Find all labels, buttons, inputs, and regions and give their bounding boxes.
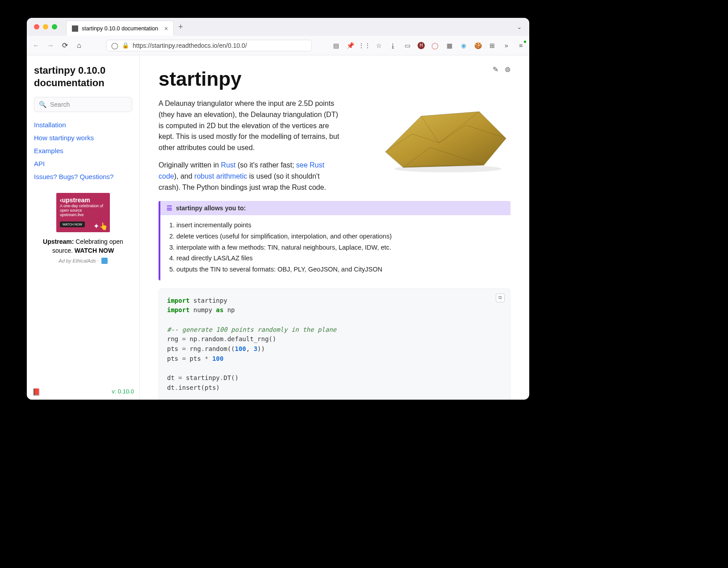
browser-window: startinpy 0.10.0 documentation × + ⌄ ← →…	[27, 18, 529, 400]
ad-caption-bold2: WATCH NOW	[75, 247, 114, 254]
link-rust[interactable]: Rust	[221, 161, 236, 169]
nav-installation[interactable]: Installation	[34, 121, 132, 129]
tab-close-button[interactable]: ×	[164, 25, 168, 32]
tok: random	[201, 335, 224, 342]
nav-examples[interactable]: Examples	[34, 147, 132, 155]
ad-decor-icon: ✦👆	[93, 222, 108, 230]
ext-eye-icon[interactable]: ◉	[460, 42, 468, 50]
window-controls	[34, 24, 57, 29]
apps-icon[interactable]: ⋮⋮	[360, 42, 368, 50]
edit-page-icon[interactable]: ✎	[493, 65, 498, 74]
browser-tab[interactable]: startinpy 0.10.0 documentation ×	[66, 21, 174, 36]
ext-grid-icon[interactable]: ▦	[445, 42, 453, 50]
intro-paragraph-2: Originally written in Rust (so it's rath…	[159, 160, 337, 193]
tok: np	[223, 306, 234, 313]
ad-cta-button[interactable]: WATCH NOW	[60, 221, 85, 227]
tab-bar: startinpy 0.10.0 documentation × + ⌄	[27, 18, 529, 36]
tracking-shield-icon: ◯	[111, 42, 118, 49]
pin-icon[interactable]: 📌	[346, 42, 354, 50]
link-robust-arithmetic[interactable]: robust arithmetic	[194, 172, 247, 180]
tok	[209, 355, 212, 362]
tok: 100	[235, 345, 246, 352]
page-title: startinpy	[159, 68, 510, 90]
close-window-button[interactable]	[34, 24, 39, 29]
list-icon: ☰	[167, 205, 172, 212]
tok: =	[182, 345, 186, 352]
tok: dt	[167, 374, 178, 381]
admonition-title-text: startinpy allows you to:	[176, 205, 246, 212]
back-button[interactable]: ←	[31, 42, 41, 50]
tok: rng	[186, 345, 201, 352]
tok: import	[167, 306, 190, 313]
version-selector[interactable]: v: 0.10.0	[112, 388, 134, 396]
tok: import	[167, 297, 190, 304]
rtd-book-icon[interactable]: 📕	[32, 388, 41, 396]
tok: startinpy	[182, 374, 220, 381]
library-icon[interactable]: ▭	[403, 42, 411, 50]
forward-button[interactable]: →	[46, 42, 55, 50]
tok: *	[205, 355, 208, 362]
tok: pts	[186, 355, 205, 362]
home-button[interactable]: ⌂	[74, 42, 84, 50]
tok: 100	[212, 355, 223, 362]
search-placeholder: Search	[50, 101, 70, 108]
tok: insert(pts)	[178, 384, 220, 391]
tok: =	[178, 374, 182, 381]
reader-mode-icon[interactable]: ▤	[332, 42, 340, 50]
tabs-overflow-button[interactable]: ⌄	[517, 23, 525, 30]
ad-attribution[interactable]: Ad by EthicalAds ·	[59, 258, 107, 264]
intro2-pre: Originally written in	[159, 161, 221, 169]
extensions-icon[interactable]: ⊞	[488, 42, 496, 50]
intro2-mid2: ), and	[174, 172, 194, 180]
tok: pts	[167, 345, 182, 352]
svg-marker-0	[385, 112, 506, 167]
nav-how-it-works[interactable]: How startinpy works	[34, 134, 132, 142]
tab-title: startinpy 0.10.0 documentation	[82, 25, 158, 32]
sponsor-ad[interactable]: ‹upstream A one-day celebration of open …	[34, 193, 132, 264]
tok: np	[186, 335, 197, 342]
download-icon[interactable]: ⭳	[389, 42, 397, 50]
hero-terrain-image	[377, 98, 510, 174]
lock-icon: 🔒	[122, 42, 129, 49]
feature-item: read directly LAS/LAZ files	[176, 253, 504, 264]
minimize-window-button[interactable]	[43, 24, 48, 29]
tab-favicon-icon	[72, 25, 78, 32]
menu-button[interactable]: ≡	[517, 42, 525, 50]
ad-site: upstream.live	[60, 213, 106, 217]
sidebar-nav: Installation How startinpy works Example…	[34, 121, 132, 180]
toolbar: ← → ⟳ ⌂ ◯ 🔒 https://startinpy.readthedoc…	[27, 36, 529, 55]
ad-caption: Upstream: Celebrating open source. WATCH…	[34, 238, 132, 255]
ext-h-icon[interactable]: H	[418, 42, 425, 49]
tok: as	[216, 306, 224, 313]
ad-banner[interactable]: ‹upstream A one-day celebration of open …	[56, 193, 110, 232]
nav-api[interactable]: API	[34, 160, 132, 167]
reload-button[interactable]: ⟳	[60, 41, 70, 50]
site-title[interactable]: startinpy 0.10.0 documentation	[34, 64, 132, 89]
bookmark-star-icon[interactable]: ☆	[375, 42, 383, 50]
info-icon[interactable]	[101, 258, 108, 264]
feature-item: delete vertices (useful for simplificati…	[176, 231, 504, 242]
url-text: https://startinpy.readthedocs.io/en/0.10…	[133, 42, 247, 49]
intro-paragraph-1: A Delaunay triangulator where the input …	[159, 98, 342, 154]
sidebar-footer: 📕 v: 0.10.0	[32, 388, 134, 396]
ext-cookie-icon[interactable]: 🍪	[474, 42, 482, 50]
tok: =	[182, 355, 186, 362]
tok: dt	[167, 384, 175, 391]
code-example: ⧉import startinpy import numpy as np #--…	[159, 288, 510, 400]
nav-issues[interactable]: Issues? Bugs? Questions?	[34, 173, 132, 180]
feature-item: insert incrementally points	[176, 220, 504, 231]
ad-byline: Ad by EthicalAds ·	[59, 258, 98, 263]
svg-point-1	[394, 165, 502, 172]
feature-item: outputs the TIN to several formats: OBJ,…	[176, 264, 504, 275]
new-tab-button[interactable]: +	[178, 22, 183, 32]
copy-code-button[interactable]: ⧉	[496, 293, 505, 302]
address-bar[interactable]: ◯ 🔒 https://startinpy.readthedocs.io/en/…	[106, 40, 312, 51]
view-source-icon[interactable]: ⊚	[505, 65, 510, 74]
feature-list: insert incrementally points delete verti…	[160, 215, 510, 280]
docs-sidebar: startinpy 0.10.0 documentation 🔍 Search …	[27, 55, 140, 400]
search-input[interactable]: 🔍 Search	[34, 97, 132, 112]
ext-o-icon[interactable]: ◯	[431, 42, 439, 50]
maximize-window-button[interactable]	[52, 24, 57, 29]
overflow-icon[interactable]: »	[502, 42, 510, 50]
admonition-title: ☰ startinpy allows you to:	[160, 201, 510, 215]
